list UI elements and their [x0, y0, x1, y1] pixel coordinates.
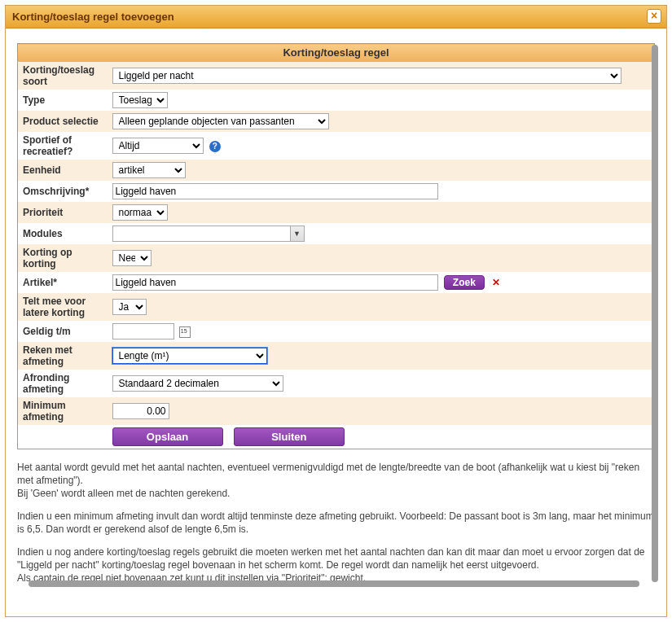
input-modules[interactable]	[112, 226, 290, 242]
input-minimum[interactable]	[112, 403, 169, 419]
select-type[interactable]: Toeslag	[112, 92, 168, 108]
label-telt-mee: Telt mee voor latere korting	[18, 293, 108, 321]
label-eenheid: Eenheid	[18, 160, 108, 181]
label-minimum: Minimum afmeting	[18, 397, 108, 425]
label-prioriteit: Prioriteit	[18, 202, 108, 223]
rule-form-table: Korting/toeslag regel Korting/toeslag so…	[17, 43, 655, 449]
scrollbar-vertical[interactable]	[652, 45, 658, 579]
select-afronding[interactable]: Standaard 2 decimalen	[112, 375, 283, 392]
label-sportief: Sportief of recreatief?	[18, 132, 108, 160]
input-geldig[interactable]	[112, 323, 174, 339]
label-artikel: Artikel*	[18, 272, 108, 293]
close-button[interactable]: Sluiten	[234, 427, 345, 446]
close-icon[interactable]: ×	[647, 9, 661, 24]
scrollbar-horizontal[interactable]	[17, 580, 648, 587]
label-afronding: Afronding afmeting	[18, 370, 108, 397]
search-button[interactable]: Zoek	[444, 275, 485, 290]
scrollbar-thumb-horizontal[interactable]	[29, 580, 639, 587]
select-sportief[interactable]: Altijd	[112, 138, 204, 154]
calendar-icon[interactable]	[179, 326, 191, 338]
dialog-content: Korting/toeslag regel Korting/toeslag so…	[6, 28, 666, 616]
select-product[interactable]: Alleen geplande objecten van passanten	[112, 113, 329, 129]
label-korting-op: Korting op korting	[18, 244, 108, 272]
label-product: Product selectie	[18, 111, 108, 132]
select-reken[interactable]: Lengte (m¹)	[112, 348, 267, 364]
label-reken: Reken met afmeting	[18, 342, 108, 370]
save-button[interactable]: Opslaan	[112, 427, 223, 446]
chevron-down-icon[interactable]: ▼	[290, 226, 305, 242]
label-type: Type	[18, 90, 108, 111]
label-soort: Korting/toeslag soort	[18, 62, 108, 90]
delete-icon[interactable]: ✕	[492, 277, 500, 288]
help-text: Het aantal wordt gevuld met het aantal n…	[17, 461, 655, 585]
label-omschrijving: Omschrijving*	[18, 181, 108, 202]
select-telt-mee[interactable]: Ja	[112, 299, 147, 315]
scrollbar-thumb-vertical[interactable]	[652, 45, 658, 582]
input-artikel	[112, 274, 438, 291]
select-eenheid[interactable]: artikel	[112, 162, 186, 178]
select-korting-op[interactable]: Nee	[112, 250, 152, 266]
dialog-titlebar: Korting/toeslag regel toevoegen ×	[6, 6, 666, 28]
label-geldig: Geldig t/m	[18, 321, 108, 342]
label-modules: Modules	[18, 223, 108, 244]
dialog-title: Korting/toeslag regel toevoegen	[12, 11, 174, 23]
section-header: Korting/toeslag regel	[18, 44, 655, 62]
select-prioriteit[interactable]: normaal	[112, 204, 168, 221]
input-omschrijving[interactable]	[112, 183, 438, 199]
select-soort[interactable]: Liggeld per nacht	[112, 68, 621, 84]
dialog-add-rule: Korting/toeslag regel toevoegen × Kortin…	[5, 5, 667, 617]
help-icon[interactable]: ?	[209, 141, 221, 152]
